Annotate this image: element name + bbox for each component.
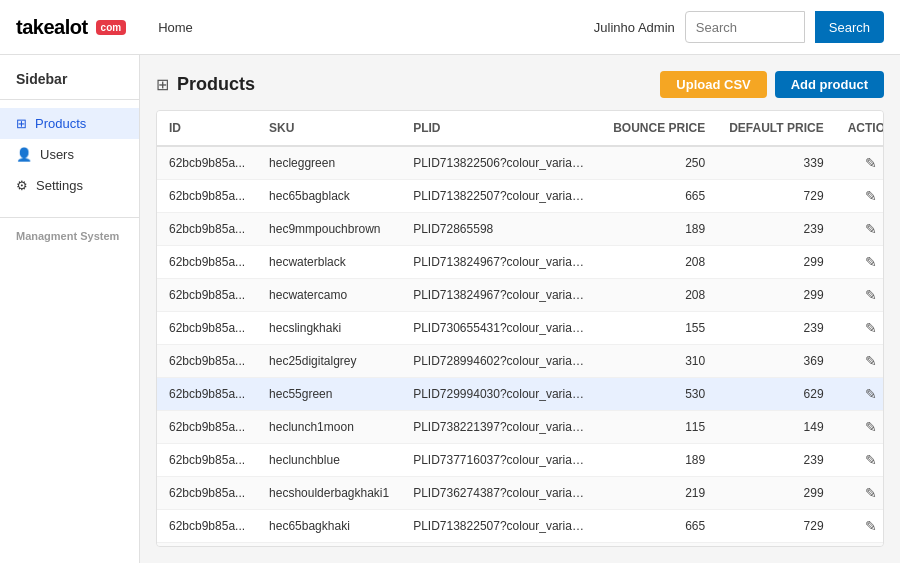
cell-default-price: 239: [717, 312, 835, 345]
cell-id: 62bcb9b85a...: [157, 345, 257, 378]
cell-action[interactable]: ✎: [836, 510, 884, 543]
cell-sku: hec25digitalgrey: [257, 345, 401, 378]
cell-sku: heclunchblue: [257, 444, 401, 477]
cell-action[interactable]: ✎: [836, 444, 884, 477]
cell-sku: hecpistolholsterkhaki1: [257, 543, 401, 548]
cell-plid: PLID713824967?colour_variant=Black: [401, 246, 601, 279]
cell-bounce-price: 250: [601, 146, 717, 180]
cell-default-price: 629: [717, 378, 835, 411]
cell-bounce-price: 530: [601, 378, 717, 411]
cell-plid: PLID713822507?colour_variant=Black: [401, 180, 601, 213]
body-area: Sidebar ⊞ Products 👤 Users ⚙ Settings Ma…: [0, 55, 900, 563]
cell-id: 62bcb9b85a...: [157, 444, 257, 477]
nav-home[interactable]: Home: [150, 16, 201, 39]
sidebar-label-users: Users: [40, 147, 74, 162]
cell-action[interactable]: ✎: [836, 312, 884, 345]
cell-action[interactable]: ✎: [836, 246, 884, 279]
table-row: 62bcb9b85a... heclunch1moon PLID73822139…: [157, 411, 884, 444]
cell-default-price: 339: [717, 146, 835, 180]
main-content: ⊞ Products Upload CSV Add product ID SKU…: [140, 55, 900, 563]
brand-badge: com: [96, 20, 127, 35]
cell-action[interactable]: ✎: [836, 543, 884, 548]
cell-bounce-price: 155: [601, 312, 717, 345]
table-row: 62bcb9b85a... hec55green PLID729994030?c…: [157, 378, 884, 411]
edit-icon[interactable]: ✎: [865, 155, 877, 171]
col-header-id: ID: [157, 111, 257, 146]
cell-bounce-price: 665: [601, 510, 717, 543]
sidebar-item-users[interactable]: 👤 Users: [0, 139, 139, 170]
page-header: ⊞ Products Upload CSV Add product: [156, 71, 884, 98]
cell-default-price: 299: [717, 246, 835, 279]
edit-icon[interactable]: ✎: [865, 386, 877, 402]
table-row: 62bcb9b85a... hecwaterblack PLID71382496…: [157, 246, 884, 279]
table-row: 62bcb9b85a... hec65bagkhaki PLID71382250…: [157, 510, 884, 543]
table-row: 62bcb9b85a... hec25digitalgrey PLID72899…: [157, 345, 884, 378]
cell-action[interactable]: ✎: [836, 378, 884, 411]
edit-icon[interactable]: ✎: [865, 287, 877, 303]
cell-id: 62bcb9b85a...: [157, 180, 257, 213]
products-table: ID SKU PLID BOUNCE PRICE DEFAULT PRICE A…: [157, 111, 884, 547]
header-nav: Home: [150, 16, 594, 39]
sidebar-label-products: Products: [35, 116, 86, 131]
cell-action[interactable]: ✎: [836, 180, 884, 213]
header: takealot com Home Julinho Admin Search: [0, 0, 900, 55]
col-header-action: ACTION: [836, 111, 884, 146]
cell-id: 62bcb9b85a...: [157, 411, 257, 444]
cell-default-price: 319: [717, 543, 835, 548]
cell-plid: PLID713822506?colour_variant=Olive+Green: [401, 146, 601, 180]
sidebar-item-settings[interactable]: ⚙ Settings: [0, 170, 139, 201]
cell-id: 62bcb9b85a...: [157, 213, 257, 246]
edit-icon[interactable]: ✎: [865, 188, 877, 204]
cell-id: 62bcb9b85a...: [157, 279, 257, 312]
table-row: 62bcb9b85a... hec9mmpouchbrown PLID72865…: [157, 213, 884, 246]
cell-action[interactable]: ✎: [836, 411, 884, 444]
table-row: 62bcb9b85a... hecwatercamo PLID713824967…: [157, 279, 884, 312]
cell-sku: heclunch1moon: [257, 411, 401, 444]
cell-action[interactable]: ✎: [836, 477, 884, 510]
cell-action[interactable]: ✎: [836, 213, 884, 246]
col-header-bounce-price: BOUNCE PRICE: [601, 111, 717, 146]
cell-default-price: 369: [717, 345, 835, 378]
user-name: Julinho Admin: [594, 20, 675, 35]
edit-icon[interactable]: ✎: [865, 254, 877, 270]
search-button[interactable]: Search: [815, 11, 884, 43]
cell-id: 62bcb9b85a...: [157, 510, 257, 543]
page-title-icon: ⊞: [156, 75, 169, 94]
sidebar-item-products[interactable]: ⊞ Products: [0, 108, 139, 139]
cell-plid: PLID728994602?colour_variant=Acu+Camo: [401, 345, 601, 378]
cell-action[interactable]: ✎: [836, 345, 884, 378]
add-product-button[interactable]: Add product: [775, 71, 884, 98]
cell-plid: PLID737716037?colour_variant=Blue: [401, 444, 601, 477]
edit-icon[interactable]: ✎: [865, 419, 877, 435]
edit-icon[interactable]: ✎: [865, 485, 877, 501]
cell-id: 62bcb9b85a...: [157, 477, 257, 510]
sidebar-title: Sidebar: [0, 71, 139, 100]
edit-icon[interactable]: ✎: [865, 353, 877, 369]
upload-csv-button[interactable]: Upload CSV: [660, 71, 766, 98]
edit-icon[interactable]: ✎: [865, 320, 877, 336]
cell-default-price: 149: [717, 411, 835, 444]
edit-icon[interactable]: ✎: [865, 518, 877, 534]
search-input[interactable]: [685, 11, 805, 43]
cell-id: 62bcb9b85a...: [157, 312, 257, 345]
settings-icon: ⚙: [16, 178, 28, 193]
cell-plid: PLID738221397?colour_variant=galaxy: [401, 411, 601, 444]
sidebar-label-settings: Settings: [36, 178, 83, 193]
page-title-area: ⊞ Products: [156, 74, 255, 95]
users-icon: 👤: [16, 147, 32, 162]
cell-plid: PLID730655431?colour_variant=Brown: [401, 312, 601, 345]
cell-plid: PLID72865598: [401, 213, 601, 246]
cell-bounce-price: 115: [601, 411, 717, 444]
edit-icon[interactable]: ✎: [865, 452, 877, 468]
cell-action[interactable]: ✎: [836, 146, 884, 180]
cell-sku: hecshoulderbagkhaki1: [257, 477, 401, 510]
cell-sku: hec55green: [257, 378, 401, 411]
cell-action[interactable]: ✎: [836, 279, 884, 312]
cell-default-price: 299: [717, 477, 835, 510]
table-header-row: ID SKU PLID BOUNCE PRICE DEFAULT PRICE A…: [157, 111, 884, 146]
edit-icon[interactable]: ✎: [865, 221, 877, 237]
cell-default-price: 239: [717, 213, 835, 246]
cell-sku: hecwatercamo: [257, 279, 401, 312]
cell-sku: hecleggreen: [257, 146, 401, 180]
cell-plid: PLID713824967?colour_variant=Green%2C+Br…: [401, 279, 601, 312]
